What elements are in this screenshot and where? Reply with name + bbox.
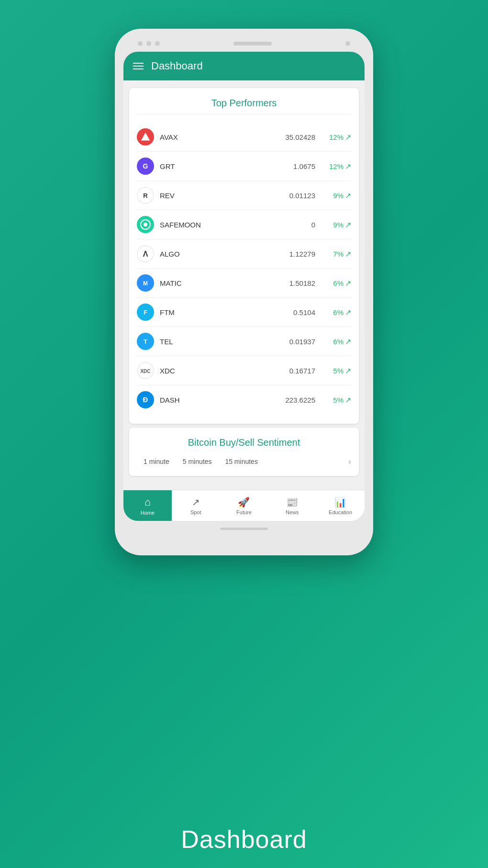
hamburger-menu-button[interactable] — [133, 63, 144, 69]
coin-icon-rev: R — [137, 187, 154, 204]
coin-price-xdc: 0.16717 — [275, 367, 315, 375]
arrow-up-icon: ↗ — [345, 162, 351, 171]
coin-change-dash: 5% ↗ — [325, 395, 351, 405]
coin-change-safemoon: 9% ↗ — [325, 220, 351, 229]
spot-icon: ↗ — [192, 496, 200, 508]
dot-1 — [138, 41, 143, 46]
phone-screen: Dashboard Top Performers AVAX 35.02428 1… — [123, 52, 365, 521]
coin-symbol-algo: ALGO — [160, 250, 275, 258]
dot-3 — [155, 41, 160, 46]
nav-education[interactable]: 📊 Education — [316, 490, 365, 521]
phone-frame: Dashboard Top Performers AVAX 35.02428 1… — [115, 29, 373, 555]
svg-text:M: M — [143, 280, 148, 287]
phone-camera — [345, 41, 350, 46]
nav-home-label: Home — [141, 510, 155, 516]
crypto-row-tel[interactable]: T TEL 0.01937 6% ↗ — [137, 327, 351, 356]
phone-top-bar — [123, 37, 365, 52]
coin-symbol-xdc: XDC — [160, 367, 275, 375]
coin-change-ftm: 6% ↗ — [325, 308, 351, 317]
crypto-row-avax[interactable]: AVAX 35.02428 12% ↗ — [137, 123, 351, 152]
coin-price-rev: 0.01123 — [275, 192, 315, 200]
sentiment-title: Bitcoin Buy/Sell Sentiment — [137, 437, 351, 448]
coin-symbol-tel: TEL — [160, 338, 275, 346]
crypto-row-safemoon[interactable]: SAFEMOON 0 9% ↗ — [137, 210, 351, 239]
arrow-up-icon: ↗ — [345, 249, 351, 259]
coin-price-safemoon: 0 — [275, 221, 315, 229]
coin-price-algo: 1.12279 — [275, 250, 315, 258]
coin-change-grt: 12% ↗ — [325, 162, 351, 171]
svg-text:F: F — [144, 309, 147, 316]
crypto-row-grt[interactable]: G GRT 1.0675 12% ↗ — [137, 152, 351, 181]
coin-price-matic: 1.50182 — [275, 279, 315, 287]
svg-text:Λ: Λ — [143, 250, 148, 258]
coin-icon-grt: G — [137, 158, 154, 175]
tab-5min[interactable]: 5 minutes — [176, 455, 219, 468]
time-tabs: 1 minute 5 minutes 15 minutes › — [137, 455, 351, 468]
coin-change-matic: 6% ↗ — [325, 279, 351, 288]
crypto-row-matic[interactable]: M MATIC 1.50182 6% ↗ — [137, 269, 351, 298]
coin-symbol-ftm: FTM — [160, 308, 275, 316]
coin-change-rev: 9% ↗ — [325, 191, 351, 200]
header-title: Dashboard — [151, 60, 203, 72]
nav-news[interactable]: 📰 News — [268, 490, 316, 521]
svg-text:R: R — [143, 192, 148, 199]
tab-15min[interactable]: 15 minutes — [218, 455, 264, 468]
coin-symbol-grt: GRT — [160, 162, 275, 170]
svg-point-8 — [144, 223, 147, 226]
nav-news-label: News — [286, 509, 299, 515]
arrow-up-icon: ↗ — [345, 337, 351, 346]
crypto-row-rev[interactable]: R REV 0.01123 9% ↗ — [137, 181, 351, 210]
coin-change-avax: 12% ↗ — [325, 133, 351, 142]
coin-icon-tel: T — [137, 333, 154, 350]
phone-speaker — [233, 42, 272, 45]
svg-text:T: T — [144, 338, 147, 345]
nav-home[interactable]: ⌂ Home — [123, 490, 172, 521]
bottom-nav: ⌂ Home ↗ Spot 🚀 Future 📰 News 📊 Educatio… — [123, 490, 365, 521]
arrow-up-icon: ↗ — [345, 395, 351, 405]
page-title: Dashboard — [181, 825, 307, 854]
content-area: Top Performers AVAX 35.02428 12% ↗ G GRT… — [123, 80, 365, 490]
arrow-up-icon: ↗ — [345, 133, 351, 142]
arrow-up-icon: ↗ — [345, 308, 351, 317]
home-icon: ⌂ — [144, 496, 151, 508]
nav-future-label: Future — [236, 509, 252, 515]
news-icon: 📰 — [286, 496, 298, 508]
future-icon: 🚀 — [238, 496, 250, 508]
coin-icon-dash: Ð — [137, 391, 154, 408]
coin-symbol-rev: REV — [160, 192, 275, 200]
arrow-up-icon: ↗ — [345, 366, 351, 375]
svg-text:Ð: Ð — [143, 395, 148, 404]
crypto-row-ftm[interactable]: F FTM 0.5104 6% ↗ — [137, 298, 351, 327]
app-header: Dashboard — [123, 52, 365, 80]
arrow-up-icon: ↗ — [345, 279, 351, 288]
phone-bottom — [123, 521, 365, 534]
top-performers-card: Top Performers AVAX 35.02428 12% ↗ G GRT… — [129, 88, 359, 424]
coin-symbol-dash: DASH — [160, 396, 275, 404]
coin-symbol-matic: MATIC — [160, 279, 275, 287]
coin-icon-safemoon — [137, 216, 154, 233]
coin-price-tel: 0.01937 — [275, 338, 315, 346]
top-performers-title: Top Performers — [137, 98, 351, 115]
crypto-row-xdc[interactable]: XDC XDC 0.16717 5% ↗ — [137, 356, 351, 385]
arrow-up-icon: ↗ — [345, 191, 351, 200]
phone-dots — [138, 41, 160, 46]
crypto-row-algo[interactable]: Λ ALGO 1.12279 7% ↗ — [137, 239, 351, 269]
coin-change-algo: 7% ↗ — [325, 249, 351, 259]
dot-2 — [146, 41, 151, 46]
nav-spot-label: Spot — [190, 509, 201, 515]
coin-icon-xdc: XDC — [137, 362, 154, 379]
nav-future[interactable]: 🚀 Future — [220, 490, 268, 521]
coin-change-tel: 6% ↗ — [325, 337, 351, 346]
nav-education-label: Education — [329, 509, 352, 515]
coin-icon-algo: Λ — [137, 245, 154, 262]
coin-price-avax: 35.02428 — [275, 133, 315, 141]
crypto-list: AVAX 35.02428 12% ↗ G GRT 1.0675 12% ↗ R… — [137, 123, 351, 414]
svg-text:XDC: XDC — [140, 369, 150, 374]
svg-text:G: G — [143, 162, 148, 170]
tab-1min[interactable]: 1 minute — [137, 455, 176, 468]
education-icon: 📊 — [334, 496, 346, 508]
coin-price-grt: 1.0675 — [275, 162, 315, 170]
nav-spot[interactable]: ↗ Spot — [172, 490, 220, 521]
chevron-right-icon[interactable]: › — [348, 457, 351, 467]
crypto-row-dash[interactable]: Ð DASH 223.6225 5% ↗ — [137, 385, 351, 414]
